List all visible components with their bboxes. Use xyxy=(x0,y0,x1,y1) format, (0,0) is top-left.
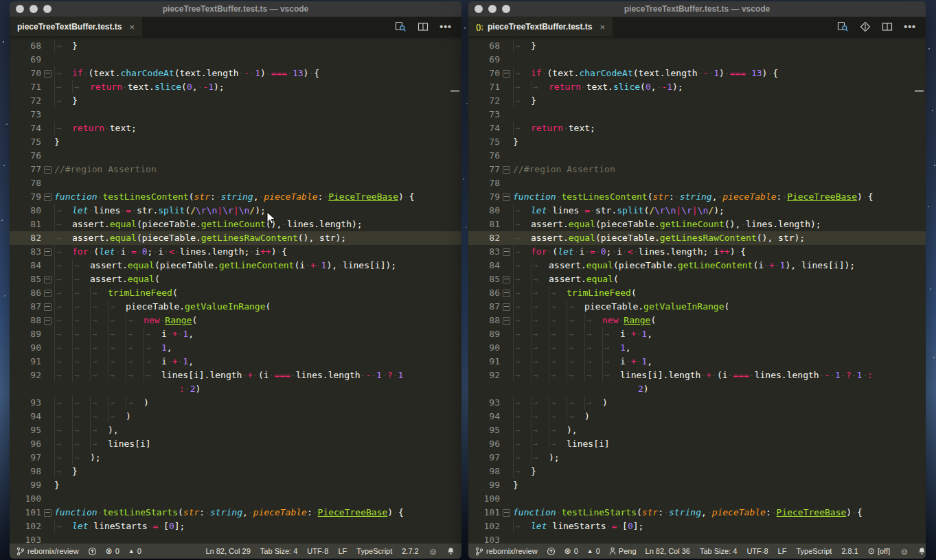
titlebar[interactable]: pieceTreeTextBuffer.test.ts — vscode xyxy=(468,1,926,17)
code-line[interactable]: 94→→→→) xyxy=(10,410,461,423)
fold-icon[interactable] xyxy=(44,303,52,311)
fold-icon[interactable] xyxy=(503,317,510,325)
status-item[interactable] xyxy=(918,547,926,555)
code-line[interactable]: 86→→→trimLineFeed( xyxy=(468,286,926,300)
fold-column[interactable] xyxy=(500,317,513,325)
code-line[interactable]: 98→} xyxy=(468,465,926,478)
code-line[interactable]: 80→let·lines·=·str.split(/\r\n|\r|\n/); xyxy=(10,204,461,218)
code-line[interactable]: 95→→→), xyxy=(10,423,461,437)
close-tab-icon[interactable]: × xyxy=(130,22,135,32)
close-window-button[interactable] xyxy=(475,5,483,13)
fold-column[interactable] xyxy=(500,194,513,201)
code-line[interactable]: 91→→→→→→i·+·1, xyxy=(10,355,461,369)
code-line[interactable]: 84→→assert.equal(pieceTable.getLineConte… xyxy=(468,259,926,272)
code-line[interactable]: 96→→→lines[i] xyxy=(10,437,461,451)
fold-column[interactable] xyxy=(41,248,54,256)
fold-column[interactable] xyxy=(41,70,54,78)
code-line[interactable]: 82→assert.equal(pieceTable.getLinesRawCo… xyxy=(468,231,926,245)
code-editor[interactable]: 68→}6970→if·(text.charCodeAt(text.length… xyxy=(468,36,926,544)
code-line[interactable]: 68→} xyxy=(468,39,926,53)
fold-column[interactable] xyxy=(41,194,54,201)
code-line[interactable]: 99} xyxy=(468,478,926,492)
status-item[interactable]: rebornix/review xyxy=(475,547,538,556)
fold-column[interactable] xyxy=(500,276,513,283)
code-line[interactable]: 73 xyxy=(468,108,926,121)
code-line[interactable]: 78 xyxy=(10,176,461,190)
code-line[interactable]: 81→assert.equal(pieceTable.getLineCount(… xyxy=(10,218,461,231)
code-line[interactable]: 91→→→→→→i·+·1, xyxy=(468,355,926,369)
code-line[interactable]: 86→→→trimLineFeed( xyxy=(10,286,461,300)
status-item[interactable]: ⊗0 xyxy=(564,546,578,556)
fold-icon[interactable] xyxy=(503,70,510,78)
fold-icon[interactable] xyxy=(503,194,510,201)
code-line[interactable]: 77//#region Assertion xyxy=(10,163,461,176)
code-line[interactable]: 80→let·lines·=·str.split(/\r\n|\r|\n/); xyxy=(468,204,926,218)
status-item[interactable]: ☺ xyxy=(900,546,909,557)
code-line[interactable]: 87→→→→pieceTable.getValueInRange( xyxy=(10,300,461,314)
fold-icon[interactable] xyxy=(503,303,510,311)
status-item[interactable]: Tab Size: 4 xyxy=(260,547,297,555)
fold-column[interactable] xyxy=(41,317,54,325)
fold-column[interactable] xyxy=(41,509,54,517)
code-line[interactable]: 79function·testLinesContent(str:·string,… xyxy=(468,190,926,204)
code-line[interactable]: 90→→→→→→1, xyxy=(10,341,461,355)
code-line[interactable]: 85→→assert.equal( xyxy=(10,272,461,286)
status-item[interactable] xyxy=(447,547,455,555)
code-line[interactable]: 74→return·text; xyxy=(468,121,926,135)
fold-column[interactable] xyxy=(41,290,54,297)
open-preview-icon[interactable] xyxy=(837,21,849,32)
code-line[interactable]: 72→} xyxy=(468,94,926,108)
code-line[interactable]: 88→→→→→new·Range( xyxy=(10,314,461,327)
code-line[interactable]: 75} xyxy=(468,135,926,149)
code-line[interactable]: 101function·testLineStarts(str:·string,·… xyxy=(10,506,461,520)
code-line[interactable]: 102→let·lineStarts·=·[0]; xyxy=(468,520,926,533)
code-line[interactable]: 96→→→lines[i] xyxy=(468,437,926,451)
code-line[interactable]: 97→→); xyxy=(468,451,926,465)
fold-column[interactable] xyxy=(500,248,513,256)
titlebar[interactable]: pieceTreeTextBuffer.test.ts — vscode xyxy=(10,1,461,17)
code-line[interactable]: 98→} xyxy=(10,465,461,478)
more-icon[interactable]: ••• xyxy=(904,23,916,30)
status-item[interactable]: Ln 82, Col 36 xyxy=(646,547,690,555)
code-line[interactable]: 83→for·(let·i·=·0;·i·<·lines.length;·i++… xyxy=(468,245,926,259)
status-item[interactable]: TypeScript xyxy=(356,547,392,555)
code-line[interactable]: 87→→→→pieceTable.getValueInRange( xyxy=(468,300,926,314)
code-line[interactable]: 70→if·(text.charCodeAt(text.length·-·1)·… xyxy=(10,67,461,80)
code-line[interactable]: 69 xyxy=(468,53,926,67)
zoom-window-button[interactable] xyxy=(502,5,510,13)
tab-pieceTreeTextBuffer[interactable]: (); pieceTreeTextBuffer.test.ts × xyxy=(468,17,613,36)
code-line[interactable]: 99} xyxy=(10,478,461,492)
fold-column[interactable] xyxy=(500,303,513,311)
code-line[interactable]: 100 xyxy=(10,492,461,506)
status-item[interactable]: ▲0 xyxy=(587,547,600,555)
fold-icon[interactable] xyxy=(44,194,52,201)
open-preview-icon[interactable] xyxy=(395,21,407,32)
status-item[interactable]: rebornix/review xyxy=(16,547,79,556)
tab-pieceTreeTextBuffer[interactable]: pieceTreeTextBuffer.test.ts × xyxy=(10,17,142,36)
fold-column[interactable] xyxy=(41,166,54,174)
fold-icon[interactable] xyxy=(44,70,52,78)
code-line[interactable]: 83→for·(let·i·=·0;·i·<·lines.length;·i++… xyxy=(10,245,461,259)
status-item[interactable]: 2.8.1 xyxy=(841,547,858,555)
status-item[interactable]: Ln 82, Col 29 xyxy=(205,547,250,555)
status-item[interactable]: Peng xyxy=(609,547,637,555)
fold-icon[interactable] xyxy=(503,166,510,174)
minimize-window-button[interactable] xyxy=(30,5,38,13)
fold-icon[interactable] xyxy=(503,290,510,297)
code-line[interactable]: 92→→→→→→lines[i].length·+·(i·===·lines.l… xyxy=(10,369,461,382)
code-line[interactable]: 103 xyxy=(10,533,461,544)
code-line[interactable]: 76 xyxy=(10,149,461,163)
scrollbar-thumb[interactable] xyxy=(915,90,924,92)
split-editor-icon[interactable] xyxy=(418,22,429,32)
code-line[interactable]: 71→→return·text.slice(0,·-1); xyxy=(468,80,926,94)
fold-column[interactable] xyxy=(41,276,54,283)
fold-column[interactable] xyxy=(500,290,513,297)
code-line[interactable]: 92→→→→→→lines[i].length·+·(i·===·lines.l… xyxy=(468,369,926,382)
fold-icon[interactable] xyxy=(44,290,52,297)
scrollbar-thumb[interactable] xyxy=(450,90,459,92)
fold-icon[interactable] xyxy=(503,276,510,283)
status-item[interactable] xyxy=(547,547,556,556)
code-line[interactable]: 84→→assert.equal(pieceTable.getLineConte… xyxy=(10,259,461,272)
code-line[interactable]: 71→→return·text.slice(0,·-1); xyxy=(10,80,461,94)
code-line[interactable]: 69 xyxy=(10,53,461,67)
